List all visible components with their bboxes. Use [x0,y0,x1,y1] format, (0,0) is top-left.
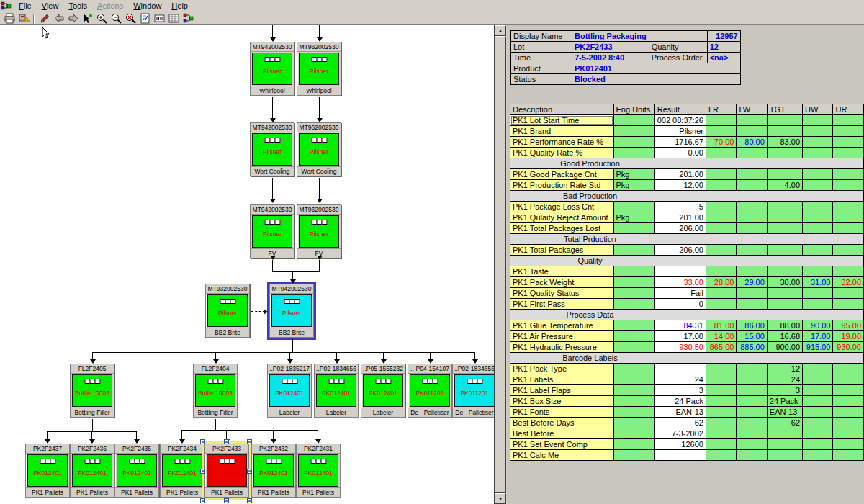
column-header[interactable]: Eng Units [613,104,654,115]
back-arrow-icon[interactable] [51,12,66,24]
lot-node-p051555232[interactable]: ..P05-1555232PK012401Labeler [361,364,405,418]
node-body[interactable]: Pilsner [299,133,339,166]
node-body[interactable]: PK012401 [72,454,112,487]
result-row[interactable]: Best Before Days6262 [510,418,864,428]
node-body[interactable]: PK012401 [316,374,356,407]
barcode-icon[interactable] [152,12,166,24]
description-cell[interactable]: PK1 Set Event Comp [510,439,614,450]
description-cell[interactable]: PK1 Performance Rate % [510,137,614,148]
column-header[interactable]: UR [833,104,864,115]
node-body[interactable]: PK012401 [253,454,294,487]
node-body[interactable]: PK012401 [27,454,68,487]
lot-node-pk2f2433[interactable]: PK2F2433PK012401PK1 Pallets [204,444,249,498]
node-body[interactable]: Pilsner [299,215,339,248]
report-icon[interactable] [138,12,152,24]
description-cell[interactable]: PK1 Production Rate Std [510,180,614,191]
result-row[interactable]: PK1 Air Pressure17.0014.0015.0016.6817.0… [510,331,864,342]
zoom-reset-icon[interactable] [123,12,138,24]
result-row[interactable]: PK1 First Pass0 [510,299,864,310]
description-cell[interactable]: PK1 Taste [510,266,614,277]
lot-node-mt942002530[interactable]: MT942002530PilsnerWort Cooling [250,122,294,176]
column-header[interactable]: Description [510,104,614,115]
column-header[interactable]: LW [737,104,767,115]
description-cell[interactable]: Best Before Days [510,418,614,428]
zoom-in-icon[interactable] [94,12,109,24]
printer-icon[interactable] [2,12,17,24]
scroll-down-button[interactable]: ▼ [495,493,506,504]
menu-help[interactable]: Help [167,1,192,11]
node-body[interactable]: PK012401 [117,454,157,487]
lot-node-p04154107[interactable]: ..-P04-154107PK011201De - Palletiser [408,364,452,418]
lot-node-pk2f2436[interactable]: PK2F2436PK012401PK1 Pallets [70,444,114,498]
column-header[interactable]: LR [706,104,736,115]
description-cell[interactable]: PK1 Label Flaps [510,385,614,396]
result-row[interactable]: PK1 Quality Rate %0.00 [510,148,864,158]
lot-node-mt932002530[interactable]: MT932002530PilsnerBB2 Brite [205,284,250,338]
result-row[interactable]: PK1 Label Flaps33 [510,385,864,396]
node-body[interactable]: PK012401 [363,374,403,407]
result-row[interactable]: PK1 Production Rate StdPkg12.004.00 [510,180,864,191]
result-row[interactable]: PK1 Performance Rate %1716.6770.0080.008… [510,137,864,148]
lot-node-mt962002530[interactable]: MT962002530PilsnerFV [297,204,341,258]
lot-node-mt942002530[interactable]: MT942002530PilsnerFV [250,204,294,258]
column-header[interactable]: TGT [767,104,802,115]
lot-node-pk2f2434[interactable]: PK2F2434PK012401PK1 Pallets [160,444,204,498]
node-body[interactable]: Pilsner [252,215,292,248]
result-row[interactable]: PK1 Glue Temperature84.3181.0086.0088.00… [510,320,864,331]
node-body[interactable]: Pilsner [271,294,312,327]
node-body[interactable]: Pilsner [207,294,248,327]
node-body[interactable]: PK012401 [298,454,338,487]
description-cell[interactable]: PK1 Pack Weight [510,277,614,288]
selection-handle[interactable] [247,469,252,474]
description-cell[interactable]: PK1 Quality Status [510,288,614,299]
node-body[interactable]: PK012401 [207,454,247,487]
genealogy-tree-pane[interactable]: MT942002530PilsnerWhirlpoolMT962002530Pi… [0,25,495,504]
menu-tools[interactable]: Tools [64,1,91,11]
grid-icon[interactable] [166,12,181,24]
selection-handle[interactable] [200,469,205,474]
key-icon[interactable] [17,12,31,24]
column-header[interactable]: UW [803,104,833,115]
description-cell[interactable]: PK1 Quality Rate % [510,148,614,158]
result-row[interactable]: PK1 Labels2424 [510,374,864,385]
selection-handle[interactable] [200,498,205,503]
lot-node-mt942002530[interactable]: MT942002530PilsnerWhirlpool [250,42,294,96]
menu-window[interactable]: Window [129,1,166,11]
result-row[interactable]: PK1 Calc Me [510,450,864,461]
description-cell[interactable]: PK1 Box Size [510,396,614,407]
genealogy-icon[interactable] [181,12,195,24]
node-body[interactable]: PK012401 [269,374,310,407]
node-body[interactable]: Pilsner [252,53,292,85]
lot-node-fl2f2404[interactable]: FL2F2404Bottle 10003Bottling Filler [193,364,238,418]
description-cell[interactable]: PK1 Air Pressure [510,331,614,342]
node-body[interactable]: Pilsner [299,53,339,85]
result-row[interactable]: PK1 Qulaity Reject AmountPkg201.00 [510,212,864,223]
result-row[interactable]: PK1 Hydraulic Pressure930.50865.00885.00… [510,342,864,353]
node-body[interactable]: Bottle 10003 [195,374,235,407]
tree-vertical-scrollbar[interactable]: ▲ ▼ [495,25,506,504]
results-table[interactable]: DescriptionEng UnitsResultLRLWTGTUWURPK1… [510,104,864,461]
description-cell[interactable]: PK1 Total Packages Lost [510,223,614,234]
lot-node-pk2f2431[interactable]: PK2F2431PK012401PK1 Pallets [296,444,341,498]
scroll-up-button[interactable]: ▲ [495,25,506,36]
description-cell[interactable]: PK1 Lot Start Time [510,115,614,126]
menu-view[interactable]: View [37,1,63,11]
pencil-icon[interactable] [37,12,51,24]
description-cell[interactable]: PK1 Good Package Cnt [510,169,614,180]
node-body[interactable]: PK012401 [162,454,202,487]
forward-arrow-icon[interactable] [66,12,80,24]
result-row[interactable]: PK1 Pack Weight33.0028.0029.0030.0031.00… [510,277,864,288]
result-row[interactable]: PK1 Good Package CntPkg201.00 [510,169,864,180]
description-cell[interactable]: PK1 Fonts [510,407,614,418]
description-cell[interactable]: PK1 Brand [510,126,614,137]
selection-handle[interactable] [224,498,229,503]
scrollbar-thumb[interactable] [495,36,506,493]
node-body[interactable]: Pilsner [252,133,292,166]
result-row[interactable]: PK1 Pack Type12 [510,364,864,374]
description-cell[interactable]: PK1 Calc Me [510,450,614,461]
description-cell[interactable]: PK1 Labels [510,374,614,385]
lot-node-p021834656[interactable]: ..P02-1834656PK011201De - Palletiser [452,364,495,418]
result-row[interactable]: PK1 Total Packages206.00 [510,245,864,256]
description-cell[interactable]: PK1 Hydraulic Pressure [510,342,614,353]
selection-handle[interactable] [200,439,205,444]
